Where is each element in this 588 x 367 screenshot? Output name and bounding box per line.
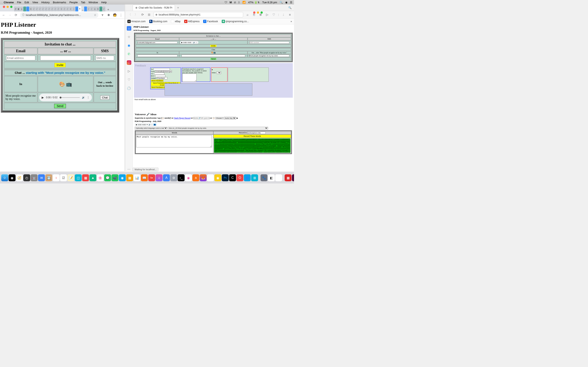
- chrome-tab[interactable]: ✓: [23, 7, 26, 11]
- dock-mail-icon[interactable]: ✉: [38, 174, 45, 181]
- search-tabs-icon[interactable]: 🔍: [286, 6, 294, 9]
- sidebar-history-icon[interactable]: 🕐: [127, 86, 131, 91]
- audio-menu-icon[interactable]: ⋮: [87, 96, 89, 99]
- search-icon[interactable]: ⌕: [246, 13, 250, 16]
- dock-app-icon[interactable]: ◉: [119, 174, 126, 181]
- status-display-icon[interactable]: ⎚: [234, 1, 236, 4]
- chrome-tab[interactable]: ✓: [66, 7, 69, 11]
- safari-tab-active[interactable]: ⊕ Chat with No Sockets - RJM Pr: [133, 5, 175, 11]
- extension-icon[interactable]: ▼: [100, 13, 104, 17]
- tv-icon[interactable]: 📺: [213, 52, 216, 54]
- sms-input[interactable]: [249, 42, 289, 44]
- chrome-tab[interactable]: ✓: [33, 7, 35, 11]
- dock-app-icon[interactable]: 📊: [134, 174, 140, 181]
- dock-app-icon[interactable]: ▦: [285, 174, 292, 181]
- fb-bcc-input[interactable]: [155, 75, 165, 77]
- chrome-tab[interactable]: ≡: [60, 7, 63, 11]
- fb-from-input[interactable]: [156, 70, 172, 73]
- dock-appstore-icon[interactable]: A: [163, 174, 170, 181]
- chrome-tab-active[interactable]: ⬇: [78, 6, 81, 11]
- vo-audio-player[interactable]: ▶ 0:02 / 0:02🔊 ⋮ ▦: [135, 123, 157, 126]
- new-tab-button[interactable]: +: [175, 6, 181, 9]
- menu-view[interactable]: View: [32, 1, 38, 4]
- sms-input[interactable]: [95, 56, 114, 60]
- reload-button[interactable]: ⟳: [14, 13, 18, 17]
- grid-icon[interactable]: ⊞: [147, 13, 151, 17]
- chrome-tab[interactable]: G: [29, 7, 32, 11]
- chrome-tab[interactable]: ✓: [26, 7, 29, 11]
- address-bar[interactable]: ⓘ localhost:8888/php_listener.php?addres…: [20, 12, 98, 18]
- fb-to-input[interactable]: [154, 68, 170, 70]
- close-button[interactable]: [253, 11, 255, 14]
- middle-input[interactable]: [40, 56, 91, 60]
- fav-aliexpress[interactable]: ▸ AliExpress: [184, 20, 199, 23]
- dock-app-icon[interactable]: ⊞: [251, 174, 258, 181]
- sidebar-more-icon[interactable]: ⋯: [127, 167, 131, 171]
- download-icon[interactable]: ⤓: [281, 13, 285, 17]
- email-input[interactable]: [6, 56, 35, 60]
- fav-ebay[interactable]: 🛍 eBay: [171, 20, 181, 23]
- out-input[interactable]: [249, 55, 289, 57]
- dock-itunes-icon[interactable]: ♫: [156, 174, 163, 181]
- status-shield-icon[interactable]: 🛡: [225, 1, 227, 4]
- dock-notes-icon[interactable]: 📝: [67, 174, 74, 181]
- fb-send-button[interactable]: Send Feedback: [151, 80, 164, 82]
- record-icon[interactable]: ▶: [237, 117, 238, 119]
- invite-button[interactable]: Invite: [210, 45, 216, 47]
- status-search-icon[interactable]: 🔍: [279, 1, 283, 4]
- dock-dashboard-icon[interactable]: ◴: [23, 174, 30, 181]
- favs-overflow-icon[interactable]: »: [291, 20, 292, 23]
- dock-maps-icon[interactable]: ▲: [89, 174, 96, 181]
- vo-voice-select[interactable]: Alex en_US Most people recognize me by m…: [168, 127, 268, 129]
- chrome-tab[interactable]: ✓: [87, 7, 90, 11]
- chrome-tab[interactable]: ≡: [69, 7, 72, 11]
- dock-photoshop-icon[interactable]: Ps: [222, 174, 229, 181]
- reload-button[interactable]: ⟳: [140, 13, 145, 17]
- chrome-tab[interactable]: ✓: [90, 7, 93, 11]
- chrome-tab[interactable]: ✓: [42, 7, 44, 11]
- chrome-tab[interactable]: G: [96, 7, 99, 11]
- play-icon[interactable]: ▷: [265, 13, 269, 17]
- dock-app-icon[interactable]: ▦: [82, 174, 89, 181]
- heart-icon[interactable]: ♡: [272, 13, 276, 17]
- dock-calendar-icon[interactable]: 1: [53, 174, 60, 181]
- minimize-button[interactable]: [257, 11, 259, 14]
- audio-track[interactable]: [60, 97, 80, 98]
- play-icon[interactable]: ▶: [181, 42, 182, 43]
- chrome-tab[interactable]: ●: [99, 7, 102, 11]
- dock-chrome-icon[interactable]: ◉: [207, 174, 214, 181]
- words-textarea[interactable]: [136, 135, 212, 147]
- tv-icon[interactable]: 📺: [66, 81, 72, 87]
- fav-facebook[interactable]: f Facebook: [203, 20, 218, 23]
- dock-app-icon[interactable]: 🌀: [244, 174, 251, 181]
- chrome-tab[interactable]: i: [84, 7, 87, 11]
- fb-subject-input[interactable]: [157, 77, 167, 79]
- record-words-button[interactable]: Record These Words: [213, 134, 291, 138]
- forward-button[interactable]: 〉: [134, 13, 138, 17]
- fav-booking[interactable]: B. Booking.com: [149, 20, 167, 23]
- sidebar-star-icon[interactable]: ☆: [127, 35, 131, 39]
- app-name[interactable]: Chrome: [4, 1, 14, 4]
- dock-opera-icon[interactable]: O: [236, 174, 243, 181]
- close-button[interactable]: [3, 6, 5, 8]
- chrome-tab[interactable]: ✓: [39, 7, 42, 11]
- maximize-button[interactable]: [260, 11, 263, 14]
- dock-ibooks-icon[interactable]: 📖: [141, 174, 148, 181]
- menu-icon[interactable]: ⋮: [119, 13, 123, 17]
- menu-edit[interactable]: Edit: [25, 1, 29, 4]
- safari-address-bar[interactable]: ⊕ localhost:8888/php_listener.php#myh1: [154, 12, 243, 17]
- email-input[interactable]: [138, 42, 177, 44]
- sidebar-whatsapp-icon[interactable]: ✆: [127, 52, 131, 56]
- fav-amazon[interactable]: a Amazon.com: [127, 20, 146, 23]
- dock-photos-icon[interactable]: 🌸: [97, 174, 104, 181]
- dock-xd-icon[interactable]: Xd: [292, 174, 294, 181]
- chrome-tab[interactable]: a: [20, 7, 23, 11]
- new-tab-button[interactable]: +: [105, 8, 111, 11]
- menu-window[interactable]: Window: [88, 1, 98, 4]
- dock-facetime-icon[interactable]: 📹: [112, 174, 118, 181]
- dock-app-icon[interactable]: ◧: [268, 174, 275, 181]
- status-clock[interactable]: Tue 8:26 pm: [262, 1, 277, 4]
- chrome-tab[interactable]: ✓: [35, 7, 38, 11]
- status-m-icon[interactable]: M: [230, 1, 232, 4]
- dock-app-icon[interactable]: 🐾: [260, 174, 268, 181]
